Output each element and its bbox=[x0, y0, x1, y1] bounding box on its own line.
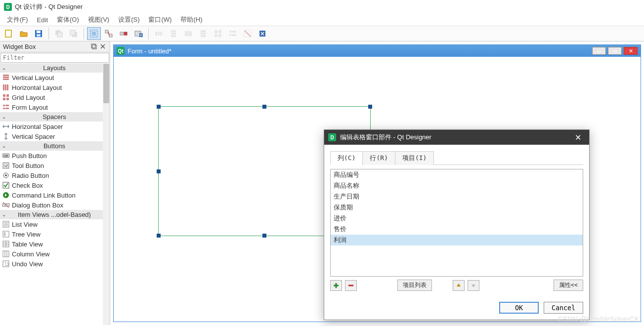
column-list-item[interactable]: 利润 bbox=[331, 235, 583, 245]
edit-taborder-button[interactable]: 123 bbox=[131, 27, 145, 40]
dialog-close-button[interactable]: ✕ bbox=[570, 133, 585, 142]
resize-handle[interactable] bbox=[157, 234, 161, 238]
close-button[interactable]: ✕ bbox=[624, 47, 638, 55]
widget-label: Push Button bbox=[12, 152, 47, 160]
resize-handle[interactable] bbox=[262, 234, 266, 238]
widget-group-header[interactable]: ⌄Item Views ...odel-Based) bbox=[0, 210, 103, 219]
widget-item[interactable]: Column View bbox=[0, 249, 103, 259]
svg-rect-53 bbox=[5, 105, 9, 106]
edit-buddies-button[interactable] bbox=[117, 27, 130, 40]
menu-settings[interactable]: 设置(S) bbox=[114, 14, 143, 25]
dialog-footer: OK Cancel bbox=[324, 297, 589, 320]
widget-box-header: Widget Box bbox=[0, 41, 110, 52]
svg-rect-5 bbox=[57, 32, 62, 37]
svg-text:OK: OK bbox=[3, 154, 8, 158]
resize-handle[interactable] bbox=[262, 105, 266, 109]
column-list-item[interactable]: 商品名称 bbox=[331, 180, 583, 191]
close-panel-icon[interactable] bbox=[100, 43, 107, 50]
widget-icon bbox=[2, 220, 10, 228]
dialog-titlebar[interactable]: D 编辑表格窗口部件 - Qt Designer ✕ bbox=[324, 130, 589, 145]
scroll-thumb[interactable] bbox=[103, 64, 109, 103]
widget-item[interactable]: Tool Button bbox=[0, 161, 103, 170]
widget-item[interactable]: Dialog Button Box bbox=[0, 200, 103, 210]
columns-listbox[interactable]: 商品编号商品名称生产日期保质期进价售价利润 bbox=[330, 169, 583, 277]
svg-text:123: 123 bbox=[138, 33, 143, 37]
widget-icon bbox=[2, 74, 10, 82]
widget-icon bbox=[2, 201, 10, 209]
ok-button[interactable]: OK bbox=[499, 302, 539, 314]
resize-handle[interactable] bbox=[157, 169, 161, 173]
widget-item[interactable]: Vertical Layout bbox=[0, 73, 103, 82]
resize-handle[interactable] bbox=[157, 105, 161, 109]
tab-items[interactable]: 项目(I) bbox=[395, 151, 434, 165]
widget-item[interactable]: Tree View bbox=[0, 229, 103, 239]
svg-rect-0 bbox=[5, 30, 11, 37]
widget-label: Form Layout bbox=[12, 104, 48, 111]
move-down-button[interactable] bbox=[468, 280, 479, 291]
widget-item[interactable]: Vertical Spacer bbox=[0, 131, 103, 141]
widget-icon bbox=[2, 230, 10, 238]
widget-group-header[interactable]: ⌄Layouts bbox=[0, 63, 103, 73]
menu-edit[interactable]: Edit bbox=[33, 15, 52, 25]
widget-item[interactable]: Check Box bbox=[0, 180, 103, 190]
widget-label: Horizontal Spacer bbox=[12, 123, 63, 130]
column-list-item[interactable]: 商品编号 bbox=[331, 169, 583, 180]
widget-group-header[interactable]: ⌄Spacers bbox=[0, 112, 103, 122]
menu-view[interactable]: 视图(V) bbox=[84, 14, 113, 25]
widget-box-panel: Widget Box ⌄LayoutsVertical LayoutHorizo… bbox=[0, 41, 110, 325]
widget-item[interactable]: OKPush Button bbox=[0, 151, 103, 161]
svg-rect-47 bbox=[7, 84, 8, 90]
widget-icon bbox=[2, 191, 10, 199]
widget-item[interactable]: Table View bbox=[0, 239, 103, 249]
column-list-item[interactable]: 进价 bbox=[331, 213, 583, 224]
widget-icon bbox=[2, 132, 10, 140]
column-list-item[interactable]: 售价 bbox=[331, 224, 583, 235]
remove-item-button[interactable] bbox=[345, 280, 357, 291]
widget-item[interactable]: Horizontal Layout bbox=[0, 82, 103, 92]
move-up-button[interactable] bbox=[453, 280, 465, 291]
undock-icon[interactable] bbox=[91, 43, 98, 50]
widget-tree[interactable]: ⌄LayoutsVertical LayoutHorizontal Layout… bbox=[0, 63, 110, 325]
menu-help[interactable]: 帮助(H) bbox=[176, 14, 206, 25]
menu-window[interactable]: 窗口(W) bbox=[144, 14, 175, 25]
resize-handle[interactable] bbox=[368, 105, 372, 109]
widget-item[interactable]: Command Link Button bbox=[0, 190, 103, 200]
widget-item[interactable]: Horizontal Spacer bbox=[0, 122, 103, 131]
widget-item[interactable]: List View bbox=[0, 219, 103, 229]
svg-rect-54 bbox=[3, 108, 5, 109]
widget-item[interactable]: Form Layout bbox=[0, 102, 103, 112]
cancel-button[interactable]: Cancel bbox=[544, 302, 583, 314]
widget-icon bbox=[2, 250, 10, 258]
svg-rect-18 bbox=[158, 32, 160, 36]
column-list-item[interactable]: 保质期 bbox=[331, 202, 583, 213]
widget-item[interactable]: Grid Layout bbox=[0, 92, 103, 102]
form-titlebar[interactable]: Qt Form - untitled* — ▭ ✕ bbox=[114, 45, 641, 57]
item-list-button[interactable]: 项目列表 bbox=[397, 280, 432, 291]
widget-item[interactable]: Undo View bbox=[0, 259, 103, 269]
menu-form[interactable]: 窗体(O) bbox=[53, 14, 83, 25]
open-button[interactable] bbox=[17, 27, 31, 40]
minimize-button[interactable]: — bbox=[592, 47, 606, 55]
save-button[interactable] bbox=[32, 27, 45, 40]
edit-signals-button[interactable] bbox=[102, 27, 116, 40]
new-form-button[interactable] bbox=[2, 27, 16, 40]
svg-rect-11 bbox=[109, 34, 112, 37]
tab-columns[interactable]: 列(C) bbox=[330, 151, 363, 165]
edit-widgets-button[interactable] bbox=[87, 27, 101, 40]
svg-rect-51 bbox=[6, 98, 9, 100]
widget-filter-input[interactable] bbox=[0, 53, 109, 63]
add-item-button[interactable] bbox=[330, 280, 342, 291]
properties-button[interactable]: 属性<< bbox=[554, 280, 583, 291]
menu-file[interactable]: 文件(F) bbox=[3, 14, 32, 25]
svg-rect-21 bbox=[171, 33, 176, 35]
tab-rows[interactable]: 行(R) bbox=[362, 151, 395, 165]
svg-rect-36 bbox=[232, 34, 236, 36]
adjust-size-button[interactable] bbox=[256, 27, 269, 40]
maximize-button[interactable]: ▭ bbox=[608, 47, 622, 55]
scrollbar[interactable] bbox=[103, 63, 110, 325]
widget-group-header[interactable]: ⌄Buttons bbox=[0, 141, 103, 151]
widget-item[interactable]: Radio Button bbox=[0, 170, 103, 180]
svg-rect-32 bbox=[218, 34, 221, 37]
column-list-item[interactable]: 生产日期 bbox=[331, 191, 583, 202]
svg-rect-26 bbox=[201, 30, 206, 33]
